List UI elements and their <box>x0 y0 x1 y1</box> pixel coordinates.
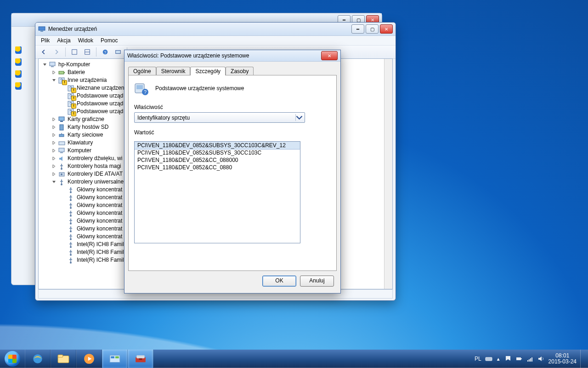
minimize-button[interactable]: ━ <box>351 24 364 34</box>
expander-icon[interactable] <box>42 62 47 67</box>
show-desktop-button[interactable] <box>580 350 585 368</box>
cancel-button[interactable]: Anuluj <box>300 276 334 287</box>
tree-label: Główny koncentrat <box>77 233 122 241</box>
expander-icon[interactable] <box>61 242 66 247</box>
svg-rect-62 <box>486 357 492 361</box>
toolbar-button[interactable] <box>82 46 93 58</box>
dialog-titlebar[interactable]: Właściwości: Podstawowe urządzenie syste… <box>124 50 340 62</box>
value-row[interactable]: PCI\VEN_1180&DEV_0852&CC_088000 <box>135 156 300 164</box>
expander-icon[interactable] <box>61 93 66 98</box>
expander-icon[interactable] <box>61 203 66 208</box>
taskbar-devicemanager[interactable] <box>128 350 153 368</box>
device-icon <box>58 124 66 131</box>
expander-icon[interactable] <box>61 234 66 239</box>
dialog-tab[interactable]: Ogólne <box>128 67 156 75</box>
device-icon <box>68 257 75 264</box>
value-row[interactable]: PCI\VEN_1180&DEV_0852&CC_0880 <box>135 164 300 171</box>
taskbar-mediaplayer[interactable] <box>76 350 102 368</box>
expander-icon[interactable] <box>51 78 57 83</box>
expander-icon[interactable] <box>61 218 66 224</box>
expander-icon[interactable] <box>51 179 57 184</box>
expander-icon[interactable] <box>51 70 57 75</box>
back-button[interactable] <box>38 46 49 58</box>
expander-icon[interactable] <box>61 211 66 216</box>
device-name: Podstawowe urządzenie systemowe <box>155 85 244 92</box>
input-language-indicator[interactable]: PL <box>475 356 481 362</box>
system-tray[interactable]: PL ▲ 08:01 2015-03-24 <box>475 350 588 368</box>
toolbar-button[interactable] <box>69 46 80 58</box>
value-listbox[interactable]: PCI\VEN_1180&DEV_0852&SUBSYS_30CC103C&RE… <box>134 141 300 243</box>
tray-action-center-icon[interactable] <box>504 355 512 362</box>
device-icon <box>68 202 75 209</box>
expander-icon[interactable] <box>51 117 57 122</box>
expander-icon[interactable] <box>51 125 57 130</box>
svg-rect-13 <box>64 72 65 73</box>
expander-icon[interactable] <box>61 101 66 106</box>
tree-label: Kontrolery dźwięku, wi <box>68 155 122 162</box>
svg-point-46 <box>70 262 72 264</box>
value-row[interactable]: PCI\VEN_1180&DEV_0852&SUBSYS_30CC103C&RE… <box>134 141 300 150</box>
expander-icon[interactable] <box>61 226 66 231</box>
expander-icon[interactable] <box>61 250 66 255</box>
device-icon: ? <box>68 93 75 99</box>
taskbar-controlpanel[interactable] <box>102 350 128 368</box>
dialog-tab[interactable]: Sterownik <box>156 67 191 75</box>
taskbar-explorer[interactable] <box>51 350 76 368</box>
dialog-tab[interactable]: Szczegóły <box>190 67 226 75</box>
property-combobox[interactable]: Identyfikatory sprzętu <box>134 112 305 123</box>
close-button[interactable]: ✕ <box>321 51 338 60</box>
device-icon <box>49 62 57 68</box>
tray-volume-icon[interactable] <box>537 355 545 362</box>
device-icon <box>58 171 66 178</box>
toolbar-button[interactable] <box>113 46 124 58</box>
svg-rect-0 <box>39 27 45 30</box>
svg-text:?: ? <box>60 78 63 83</box>
maximize-button[interactable]: ▢ <box>366 24 379 34</box>
device-icon: ? <box>68 85 75 92</box>
svg-rect-24 <box>59 117 64 121</box>
device-icon: ? <box>68 101 75 107</box>
expander-icon[interactable] <box>61 187 66 192</box>
taskbar-clock[interactable]: 08:01 2015-03-24 <box>548 353 577 365</box>
device-icon <box>68 249 75 256</box>
menubar[interactable]: Plik Akcja Widok Pomoc <box>35 36 396 46</box>
toolbar-separator <box>96 47 96 57</box>
expander-icon[interactable] <box>61 195 66 200</box>
expander-icon[interactable] <box>51 164 57 169</box>
tray-chevron-up-icon[interactable]: ▲ <box>496 356 501 362</box>
tray-network-icon[interactable] <box>526 355 534 362</box>
taskbar-ie[interactable] <box>25 350 51 368</box>
tree-label: Baterie <box>68 69 85 76</box>
dialog-tab[interactable]: Zasoby <box>226 67 254 75</box>
device-manager-titlebar[interactable]: Menedżer urządzeń ━ ▢ ✕ <box>35 23 396 36</box>
forward-button[interactable] <box>51 46 62 58</box>
svg-point-36 <box>61 184 62 185</box>
properties-dialog[interactable]: Właściwości: Podstawowe urządzenie syste… <box>124 50 341 293</box>
svg-point-45 <box>70 254 72 256</box>
expander-icon[interactable] <box>51 172 57 177</box>
expander-icon[interactable] <box>61 258 66 263</box>
svg-point-38 <box>70 199 72 201</box>
menu-view[interactable]: Widok <box>75 37 96 44</box>
expander-icon[interactable] <box>51 140 57 145</box>
expander-icon[interactable] <box>51 156 57 161</box>
tray-keyboard-icon[interactable] <box>485 355 492 362</box>
value-row[interactable]: PCI\VEN_1180&DEV_0852&SUBSYS_30CC103C <box>135 149 300 156</box>
menu-file[interactable]: Plik <box>38 37 52 44</box>
start-button[interactable] <box>0 350 25 368</box>
svg-point-35 <box>61 173 62 175</box>
device-icon <box>58 179 66 185</box>
taskbar[interactable]: PL ▲ 08:01 2015-03-24 <box>0 350 588 368</box>
close-button[interactable]: ✕ <box>380 24 393 34</box>
tree-label: Główny koncentrat <box>77 209 122 217</box>
expander-icon[interactable] <box>61 86 66 91</box>
vertical-scrollbar[interactable] <box>384 59 392 289</box>
expander-icon[interactable] <box>51 148 57 153</box>
menu-action[interactable]: Akcja <box>54 37 73 44</box>
help-button[interactable]: ? <box>100 46 111 58</box>
ok-button[interactable]: OK <box>262 276 296 287</box>
tray-power-icon[interactable] <box>515 355 523 362</box>
expander-icon[interactable] <box>51 132 57 138</box>
menu-help[interactable]: Pomoc <box>98 37 120 44</box>
expander-icon[interactable] <box>61 109 66 114</box>
